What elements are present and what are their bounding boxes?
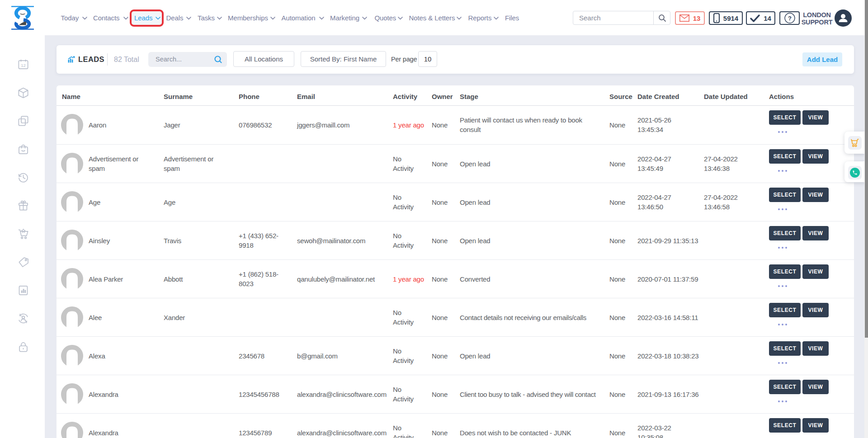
svg-text:12: 12 <box>21 63 26 68</box>
svg-text:?: ? <box>788 15 792 22</box>
